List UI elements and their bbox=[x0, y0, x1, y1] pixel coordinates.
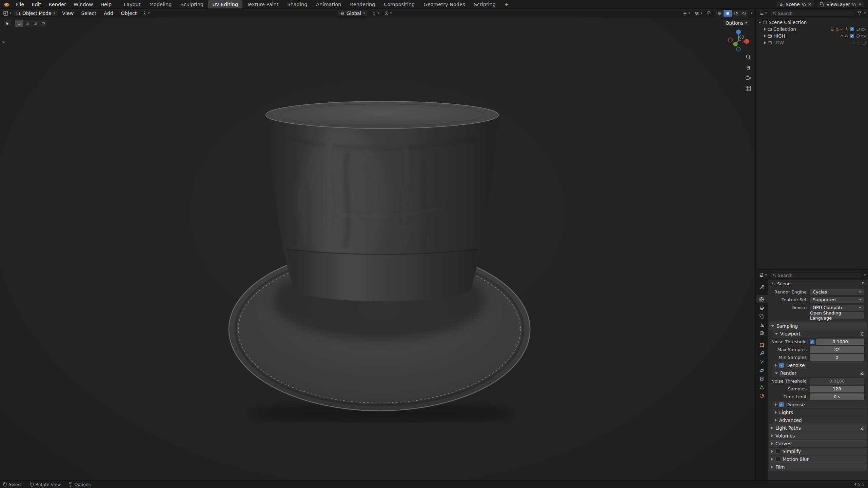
expand-icon[interactable] bbox=[764, 35, 766, 37]
noise-threshold-checkbox[interactable] bbox=[810, 340, 814, 344]
remove-view-layer-icon[interactable]: × bbox=[858, 2, 862, 6]
properties-search[interactable] bbox=[770, 272, 862, 279]
snap-toggle[interactable] bbox=[371, 10, 380, 16]
menu-render[interactable]: Render bbox=[45, 0, 70, 8]
properties-search-input[interactable] bbox=[778, 273, 859, 278]
shading-wireframe-button[interactable] bbox=[715, 10, 724, 17]
expand-icon[interactable] bbox=[758, 22, 761, 23]
outliner-options-icon[interactable] bbox=[864, 13, 866, 14]
select-mode-intersect-button[interactable] bbox=[39, 20, 47, 27]
viewport-denoise-checkbox[interactable] bbox=[779, 363, 784, 368]
gizmo-axis-x[interactable] bbox=[744, 39, 749, 44]
tab-compositing[interactable]: Compositing bbox=[379, 0, 419, 8]
properties-editor-dropdown[interactable] bbox=[758, 272, 768, 278]
section-light-paths[interactable]: Light Paths bbox=[769, 424, 867, 432]
tab-scripting[interactable]: Scripting bbox=[470, 0, 500, 8]
transform-pivot-dropdown[interactable] bbox=[141, 10, 151, 16]
render-denoise-checkbox[interactable] bbox=[779, 402, 784, 407]
tab-modeling[interactable]: Modeling bbox=[145, 0, 176, 8]
preset-icon[interactable] bbox=[860, 371, 864, 375]
menu-object[interactable]: Object bbox=[117, 11, 140, 16]
subsection-render[interactable]: Render bbox=[772, 369, 867, 377]
zoom-icon[interactable] bbox=[745, 54, 751, 60]
outliner-search[interactable] bbox=[770, 10, 855, 17]
tab-scene[interactable] bbox=[756, 320, 768, 329]
gizmo-axis-y-neg[interactable] bbox=[739, 35, 744, 39]
blender-logo-icon[interactable] bbox=[0, 0, 12, 8]
tab-particles[interactable] bbox=[756, 358, 768, 366]
menu-help[interactable]: Help bbox=[97, 0, 115, 8]
outliner-row-low[interactable]: LOW bbox=[757, 39, 867, 46]
tab-physics[interactable] bbox=[756, 366, 768, 374]
tab-object[interactable] bbox=[756, 341, 768, 349]
viewport-3d[interactable]: Options bbox=[0, 18, 755, 480]
render-noise-threshold-field[interactable]: 0.0100 bbox=[810, 378, 864, 385]
transform-orientation-dropdown[interactable]: Global bbox=[337, 10, 368, 17]
select-mode-subtract-button[interactable] bbox=[31, 20, 39, 27]
hide-viewport-icon[interactable] bbox=[855, 27, 860, 32]
xray-toggle[interactable] bbox=[706, 10, 713, 16]
proportional-editing-toggle[interactable] bbox=[383, 10, 393, 16]
feature-set-dropdown[interactable]: Supported bbox=[810, 297, 864, 303]
preset-icon[interactable] bbox=[860, 426, 864, 430]
overlays-dropdown[interactable] bbox=[694, 10, 704, 16]
motion-blur-checkbox[interactable] bbox=[775, 457, 780, 462]
gizmo-axis-x-neg[interactable] bbox=[728, 38, 732, 42]
exclude-checkbox[interactable] bbox=[862, 41, 866, 45]
tab-tool[interactable] bbox=[756, 283, 768, 291]
tab-view-layer[interactable] bbox=[756, 312, 768, 320]
time-limit-field[interactable]: 0 s bbox=[810, 393, 864, 400]
toolbar-expand-arrow[interactable]: > bbox=[1, 39, 5, 45]
tab-material[interactable] bbox=[756, 391, 768, 400]
new-scene-icon[interactable] bbox=[802, 2, 806, 6]
disable-render-icon[interactable] bbox=[861, 27, 866, 32]
editor-type-dropdown[interactable] bbox=[2, 10, 13, 17]
tab-uv-editing[interactable]: UV Editing bbox=[208, 0, 242, 8]
section-curves[interactable]: Curves bbox=[769, 440, 867, 447]
menu-add[interactable]: Add bbox=[100, 11, 117, 16]
tab-modifiers[interactable] bbox=[756, 349, 768, 358]
hide-viewport-icon[interactable] bbox=[855, 34, 860, 38]
mode-dropdown[interactable]: Object Mode bbox=[13, 10, 58, 17]
shading-material-button[interactable] bbox=[732, 10, 740, 17]
open-shading-language-button[interactable]: Open Shading Language bbox=[810, 312, 864, 319]
section-motion-blur[interactable]: Motion Blur bbox=[769, 455, 867, 463]
device-dropdown[interactable]: GPU Compute bbox=[810, 304, 864, 311]
disable-render-icon[interactable] bbox=[861, 34, 866, 38]
tab-animation[interactable]: Animation bbox=[312, 0, 346, 8]
subsection-lights[interactable]: Lights bbox=[772, 409, 867, 416]
gizmo-axis-z[interactable] bbox=[736, 29, 741, 34]
menu-file[interactable]: File bbox=[12, 0, 28, 8]
ortho-grid-icon[interactable] bbox=[745, 85, 751, 92]
expand-icon[interactable] bbox=[764, 41, 766, 44]
tab-rendering[interactable]: Rendering bbox=[346, 0, 379, 8]
exclude-checkbox[interactable] bbox=[850, 34, 854, 38]
shading-solid-button[interactable] bbox=[724, 10, 732, 17]
tab-world[interactable] bbox=[756, 329, 768, 337]
tab-texture-paint[interactable]: Texture Paint bbox=[242, 0, 283, 8]
active-tool-button[interactable] bbox=[3, 20, 12, 27]
render-engine-dropdown[interactable]: Cycles bbox=[810, 289, 864, 296]
section-simplify[interactable]: Simplify bbox=[769, 448, 867, 455]
tab-render[interactable] bbox=[756, 295, 768, 303]
viewport-gizmos-dropdown[interactable] bbox=[682, 10, 691, 16]
expand-icon[interactable] bbox=[764, 28, 766, 30]
outliner-search-input[interactable] bbox=[778, 11, 852, 16]
tab-output[interactable] bbox=[756, 303, 768, 312]
subsection-advanced[interactable]: Advanced bbox=[772, 416, 867, 424]
pan-hand-icon[interactable] bbox=[745, 64, 751, 70]
section-volumes[interactable]: Volumes bbox=[769, 432, 867, 440]
gizmo-axis-z-neg[interactable] bbox=[736, 47, 741, 51]
section-film[interactable]: Film bbox=[769, 463, 867, 471]
tab-sculpting[interactable]: Sculpting bbox=[176, 0, 208, 8]
menu-edit[interactable]: Edit bbox=[28, 0, 45, 8]
top-hat-model[interactable] bbox=[222, 97, 541, 423]
menu-view[interactable]: View bbox=[59, 11, 77, 16]
tab-geometry-nodes[interactable]: Geometry Nodes bbox=[419, 0, 469, 8]
simplify-checkbox[interactable] bbox=[775, 449, 780, 454]
add-workspace-button[interactable]: + bbox=[500, 0, 513, 8]
tab-shading[interactable]: Shading bbox=[283, 0, 312, 8]
select-mode-extend-button[interactable] bbox=[23, 20, 31, 27]
noise-threshold-field[interactable]: 0.1000 bbox=[816, 339, 864, 345]
tab-constraints[interactable] bbox=[756, 374, 768, 383]
